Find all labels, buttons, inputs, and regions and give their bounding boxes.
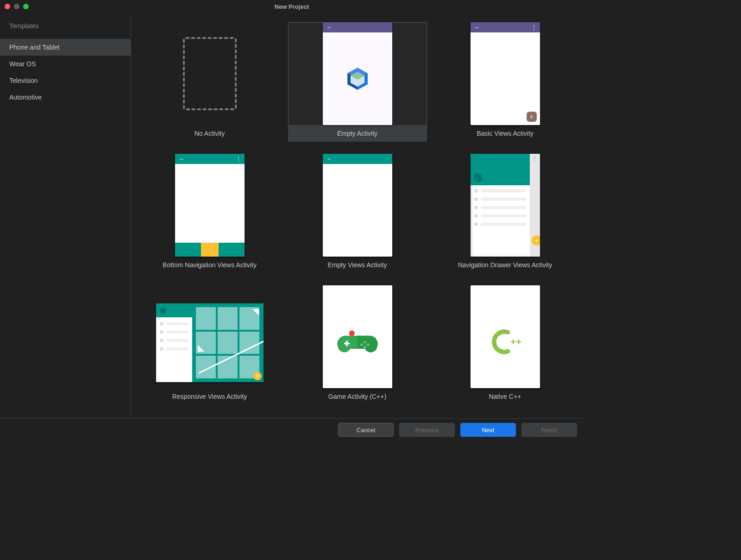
wizard-footer: Cancel Previous Next Finish	[0, 418, 584, 441]
appbar-icon: ←	[323, 154, 392, 164]
resize-arrow-icon	[196, 307, 264, 377]
template-gallery: No Activity ←	[131, 13, 584, 419]
template-label: Empty Views Activity	[288, 257, 427, 273]
template-empty-activity[interactable]: ← Empty Activity	[288, 22, 427, 142]
template-label: Native C++	[436, 388, 575, 405]
cancel-button[interactable]: Cancel	[338, 423, 394, 437]
template-label: Empty Activity	[288, 125, 427, 142]
templates-sidebar: Templates Phone and Tablet Wear OS Telev…	[0, 13, 131, 419]
drawer-header-icon	[471, 154, 530, 185]
more-vert-icon: ⋮	[236, 156, 241, 162]
content-area: Templates Phone and Tablet Wear OS Telev…	[0, 13, 584, 419]
template-label: Responsive Views Activity	[140, 388, 279, 405]
dashed-rect-icon	[183, 37, 237, 110]
finish-button: Finish	[521, 423, 577, 437]
next-button[interactable]: Next	[460, 423, 516, 437]
sidebar-item-wear-os[interactable]: Wear OS	[0, 56, 131, 72]
sidebar-item-television[interactable]: Television	[0, 72, 131, 89]
drawer-list-icon	[471, 185, 530, 234]
template-game-activity[interactable]: Game Activity (C++)	[288, 285, 427, 405]
fab-plus-icon: +	[532, 235, 540, 245]
bottom-nav-icon	[175, 243, 245, 257]
drawer-header-icon	[156, 303, 192, 317]
previous-button: Previous	[399, 423, 455, 437]
close-window-icon[interactable]	[5, 4, 10, 9]
template-label: Navigation Drawer Views Activity	[436, 257, 575, 273]
sidebar-item-phone-and-tablet[interactable]: Phone and Tablet	[0, 39, 131, 56]
back-arrow-icon: ←	[179, 155, 185, 163]
compose-logo-icon	[345, 66, 370, 91]
template-label: Bottom Navigation Views Activity	[140, 257, 279, 273]
template-label: Basic Views Activity	[436, 125, 575, 142]
svg-marker-7	[198, 345, 204, 352]
template-responsive-views[interactable]: + Responsive Views Activity	[140, 285, 279, 405]
back-arrow-icon: ←	[327, 24, 333, 31]
title-bar: New Project	[0, 0, 584, 13]
maximize-window-icon[interactable]	[23, 4, 29, 9]
sidebar-title: Templates	[0, 22, 131, 39]
svg-text:++: ++	[510, 336, 521, 347]
appbar-icon: ←	[323, 22, 392, 32]
template-basic-views-activity[interactable]: ← ⋮ + Basic Views Activity	[436, 22, 575, 142]
svg-line-6	[199, 310, 264, 373]
sidebar-item-automotive[interactable]: Automotive	[0, 89, 131, 106]
window-title: New Project	[275, 3, 309, 10]
gamepad-icon	[337, 327, 378, 357]
window-controls	[5, 4, 29, 9]
appbar-icon: ← ⋮	[175, 154, 245, 164]
template-bottom-navigation[interactable]: ← ⋮ Bottom Navigation Views Activity	[140, 154, 279, 273]
template-label: No Activity	[140, 125, 279, 142]
svg-rect-11	[344, 343, 349, 345]
template-native-cpp[interactable]: ++ Native C++	[436, 285, 575, 405]
svg-point-9	[349, 330, 354, 336]
template-navigation-drawer[interactable]: ⋮ + Navigation Drawer Views Activity	[436, 154, 575, 273]
cpp-icon: ++	[483, 326, 527, 358]
drawer-list-icon	[156, 317, 192, 360]
back-arrow-icon: ←	[327, 155, 333, 163]
template-no-activity[interactable]: No Activity	[140, 22, 279, 142]
more-vert-icon: ⋮	[530, 155, 540, 161]
appbar-icon: ← ⋮	[471, 22, 540, 32]
fab-plus-icon: +	[527, 112, 537, 122]
back-arrow-icon: ←	[474, 24, 481, 31]
template-label: Game Activity (C++)	[288, 388, 427, 405]
minimize-window-icon[interactable]	[14, 4, 19, 9]
more-vert-icon: ⋮	[531, 24, 536, 31]
svg-marker-8	[252, 309, 259, 315]
template-empty-views-activity[interactable]: ← Empty Views Activity	[288, 154, 427, 273]
fab-plus-icon: +	[253, 372, 262, 380]
